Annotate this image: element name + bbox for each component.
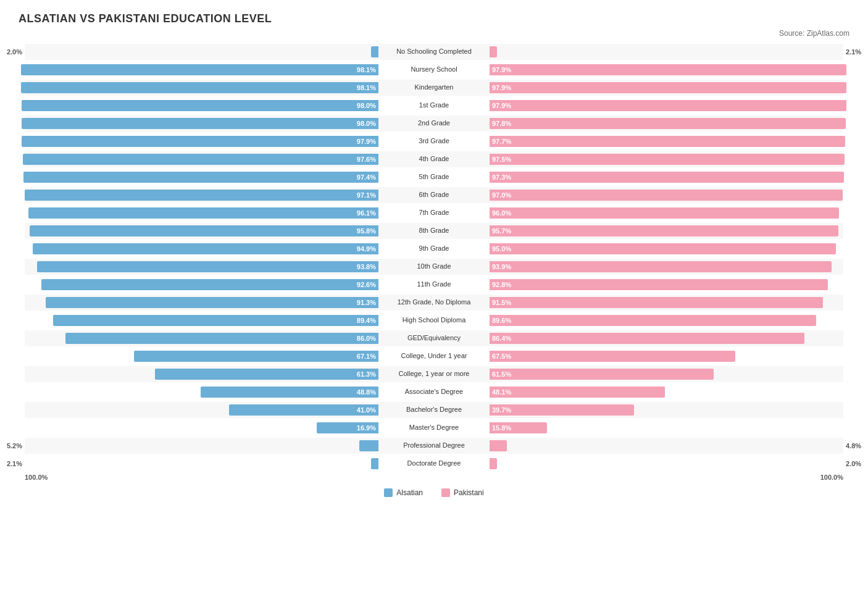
row-label: GED/Equivalency	[378, 334, 490, 342]
val-left: 97.4%	[357, 173, 376, 181]
right-section: 97.0%	[490, 187, 843, 203]
right-section: 2.1%	[490, 44, 843, 60]
val-right: 97.9%	[492, 102, 511, 109]
bar-row: 93.8% 10th Grade 93.9%	[25, 259, 843, 275]
row-label: Bachelor's Degree	[378, 406, 490, 414]
bar-row: 41.0% Bachelor's Degree 39.7%	[25, 402, 843, 418]
bar-row: 97.6% 4th Grade 97.5%	[25, 151, 843, 167]
val-right: 93.9%	[492, 263, 511, 270]
left-section: 48.8%	[25, 384, 378, 400]
val-right: 97.0%	[492, 191, 511, 199]
val-left: 95.8%	[357, 227, 376, 235]
right-section: 61.5%	[490, 366, 843, 382]
bar-right: 95.7%	[490, 225, 838, 236]
val-right-outside: 2.1%	[846, 48, 861, 56]
row-label: 4th Grade	[378, 155, 490, 163]
bar-right: 97.7%	[490, 136, 845, 147]
left-section: 91.3%	[25, 295, 378, 311]
bar-right: 48.1%	[490, 387, 665, 398]
val-left: 98.0%	[357, 102, 376, 109]
right-section: 93.9%	[490, 259, 843, 275]
bar-left: 48.8%	[201, 387, 378, 398]
bar-left: 98.1%	[21, 64, 378, 75]
bar-right: 97.9%	[490, 82, 846, 93]
bar-left: 98.1%	[21, 82, 378, 93]
bar-right: 95.0%	[490, 243, 836, 254]
bar-right: 97.9%	[490, 64, 846, 75]
val-right: 92.8%	[492, 281, 511, 288]
row-label: Kindergarten	[378, 83, 490, 91]
bar-left: 61.3%	[155, 369, 378, 380]
bar-left: 67.1%	[134, 351, 378, 362]
val-left: 89.4%	[357, 317, 376, 324]
right-section: 97.3%	[490, 169, 843, 185]
val-left: 98.1%	[357, 84, 376, 91]
val-left: 98.1%	[357, 66, 376, 73]
right-section: 96.0%	[490, 205, 843, 221]
val-left: 98.0%	[357, 120, 376, 127]
legend: Alsatian Pakistani	[25, 488, 843, 497]
bar-left: 16.9%	[317, 422, 378, 433]
row-label: College, 1 year or more	[378, 370, 490, 378]
right-section: 48.1%	[490, 384, 843, 400]
val-left: 94.9%	[357, 245, 376, 253]
val-left: 97.6%	[357, 156, 376, 163]
row-label: 3rd Grade	[378, 137, 490, 145]
bar-right: 67.5%	[490, 351, 735, 362]
val-left: 86.0%	[357, 335, 376, 342]
bar-left: 89.4%	[53, 315, 378, 326]
val-right: 95.0%	[492, 245, 511, 253]
left-section: 2.1%	[25, 456, 378, 472]
bar-right: 86.4%	[490, 333, 804, 344]
val-left-outside: 2.1%	[7, 460, 22, 467]
val-right: 86.4%	[492, 335, 511, 342]
val-right: 48.1%	[492, 388, 511, 396]
left-section: 96.1%	[25, 205, 378, 221]
right-section: 89.6%	[490, 312, 843, 328]
right-section: 91.5%	[490, 295, 843, 311]
footer-right: 100.0%	[486, 474, 843, 481]
left-section: 94.9%	[25, 241, 378, 257]
legend-alsatian: Alsatian	[384, 488, 423, 497]
val-right: 95.7%	[492, 227, 511, 235]
bar-left	[371, 46, 378, 57]
left-section: 97.6%	[25, 151, 378, 167]
alsatian-legend-label: Alsatian	[396, 488, 423, 497]
row-label: 10th Grade	[378, 262, 490, 270]
row-label: 11th Grade	[378, 280, 490, 288]
val-left-outside: 2.0%	[7, 48, 22, 56]
right-section: 97.9%	[490, 80, 843, 96]
right-section: 97.5%	[490, 151, 843, 167]
left-section: 41.0%	[25, 402, 378, 418]
left-section: 5.2%	[25, 438, 378, 454]
left-section: 89.4%	[25, 312, 378, 328]
val-left: 92.6%	[357, 281, 376, 288]
bar-row: 95.8% 8th Grade 95.7%	[25, 223, 843, 239]
row-label: Master's Degree	[378, 424, 490, 432]
left-section: 86.0%	[25, 330, 378, 346]
row-label: 1st Grade	[378, 101, 490, 109]
left-section: 97.1%	[25, 187, 378, 203]
left-section: 97.4%	[25, 169, 378, 185]
bar-left: 96.1%	[28, 207, 378, 219]
bar-row: 2.1% Doctorate Degree 2.0%	[25, 456, 843, 472]
legend-pakistani: Pakistani	[441, 488, 484, 497]
bar-right: 92.8%	[490, 279, 828, 290]
chart-container: 2.0% No Schooling Completed 2.1% 98.1% N…	[19, 44, 849, 497]
bar-left: 97.4%	[23, 172, 378, 183]
left-section: 95.8%	[25, 223, 378, 239]
row-label: 5th Grade	[378, 173, 490, 181]
right-section: 97.9%	[490, 62, 843, 78]
val-right: 91.5%	[492, 299, 511, 306]
val-right: 96.0%	[492, 209, 511, 217]
row-label: High School Diploma	[378, 316, 490, 324]
val-left: 93.8%	[357, 263, 376, 270]
row-label: Professional Degree	[378, 441, 490, 449]
bar-row: 48.8% Associate's Degree 48.1%	[25, 384, 843, 400]
val-right: 67.5%	[492, 353, 511, 360]
val-right: 97.5%	[492, 156, 511, 163]
bar-left: 97.9%	[22, 136, 378, 147]
right-section: 4.8%	[490, 438, 843, 454]
bar-row: 98.1% Nursery School 97.9%	[25, 62, 843, 78]
bar-right: 97.0%	[490, 190, 843, 201]
